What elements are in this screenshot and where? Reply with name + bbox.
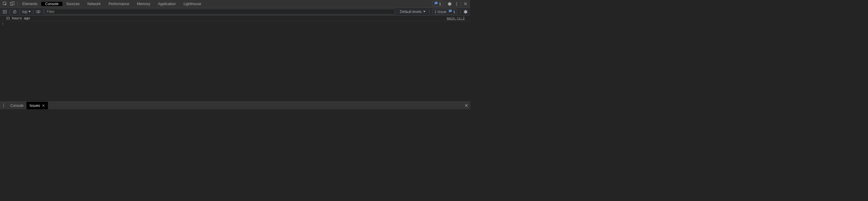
more-icon[interactable]	[453, 0, 460, 7]
svg-line-11	[14, 10, 16, 13]
divider	[460, 9, 461, 14]
live-expression-icon[interactable]	[35, 8, 42, 16]
divider	[445, 1, 445, 6]
header-issues-count: 1	[439, 2, 441, 6]
log-source-link[interactable]: main.js:2	[447, 16, 468, 20]
svg-point-17	[3, 105, 4, 106]
inspect-element-icon[interactable]	[1, 0, 8, 7]
toolbar-issues-label: 1 Issue:	[435, 10, 447, 14]
log-levels-selector[interactable]: Default levels	[398, 10, 428, 14]
svg-point-16	[3, 104, 4, 104]
message-icon	[448, 9, 452, 14]
svg-rect-15	[450, 11, 451, 11]
svg-point-18	[3, 106, 4, 107]
divider	[33, 9, 33, 14]
close-tab-icon[interactable]: ✕	[42, 104, 45, 108]
tab-application[interactable]: Application	[154, 2, 180, 6]
svg-point-7	[456, 5, 457, 5]
close-devtools-icon[interactable]	[462, 0, 469, 7]
message-icon	[434, 1, 438, 6]
console-settings-icon[interactable]	[462, 8, 469, 16]
tab-header-right: 1	[432, 0, 470, 7]
drawer-tab-label: Issues	[30, 104, 40, 108]
toolbar-issues-count: 1	[453, 10, 455, 13]
svg-rect-4	[435, 3, 436, 3]
chevron-down-icon	[423, 11, 426, 12]
drawer-tab-console[interactable]: Console	[7, 102, 27, 109]
divider	[18, 1, 18, 6]
header-issues-pill[interactable]: 1	[432, 1, 443, 7]
svg-rect-2	[12, 1, 14, 4]
chevron-down-icon	[28, 11, 31, 12]
tab-performance[interactable]: Performance	[104, 2, 133, 6]
chevron-right-icon: ›	[2, 22, 4, 26]
settings-icon[interactable]	[446, 0, 453, 7]
tab-lighthouse[interactable]: Lighthouse	[180, 2, 205, 6]
devtools-tab-header: Elements Console Sources Network Perform…	[0, 0, 470, 8]
divider	[429, 9, 430, 14]
header-leading-icons	[0, 0, 17, 7]
filter-input[interactable]	[44, 9, 395, 15]
clear-console-icon[interactable]	[11, 8, 19, 16]
console-body: 11 hours ago main.js:2 ›	[0, 16, 470, 102]
svg-rect-14	[450, 10, 451, 11]
svg-rect-3	[435, 3, 437, 3]
tab-network[interactable]: Network	[84, 2, 104, 6]
log-message: 11 hours ago	[6, 16, 447, 20]
divider	[10, 9, 10, 14]
svg-point-5	[456, 2, 457, 3]
drawer-tabs: Console Issues ✕	[0, 102, 470, 109]
context-selector[interactable]: top	[21, 10, 32, 14]
toolbar-issues-pill[interactable]: 1 Issue: 1	[433, 9, 457, 15]
log-row: 11 hours ago main.js:2	[0, 16, 470, 21]
console-prompt[interactable]: ›	[0, 21, 470, 26]
tab-console[interactable]: Console	[41, 2, 62, 6]
tab-sources[interactable]: Sources	[62, 2, 84, 6]
toggle-sidebar-icon[interactable]	[1, 8, 8, 16]
tab-header-left: Elements Console Sources Network Perform…	[0, 0, 205, 7]
tab-elements[interactable]: Elements	[19, 2, 41, 6]
drawer-close-icon[interactable]	[462, 102, 470, 109]
levels-label: Default levels	[400, 10, 422, 14]
tab-memory[interactable]: Memory	[133, 2, 154, 6]
context-label: top	[22, 10, 27, 14]
console-toolbar: top Default levels 1 Issue: 1	[0, 8, 470, 16]
divider	[20, 9, 20, 14]
svg-rect-8	[3, 10, 6, 13]
drawer-tab-issues[interactable]: Issues ✕	[27, 102, 48, 109]
divider	[43, 9, 43, 14]
svg-point-13	[38, 11, 38, 12]
device-toggle-icon[interactable]	[8, 0, 16, 7]
svg-point-6	[456, 3, 457, 4]
drawer-more-icon[interactable]	[0, 102, 7, 109]
